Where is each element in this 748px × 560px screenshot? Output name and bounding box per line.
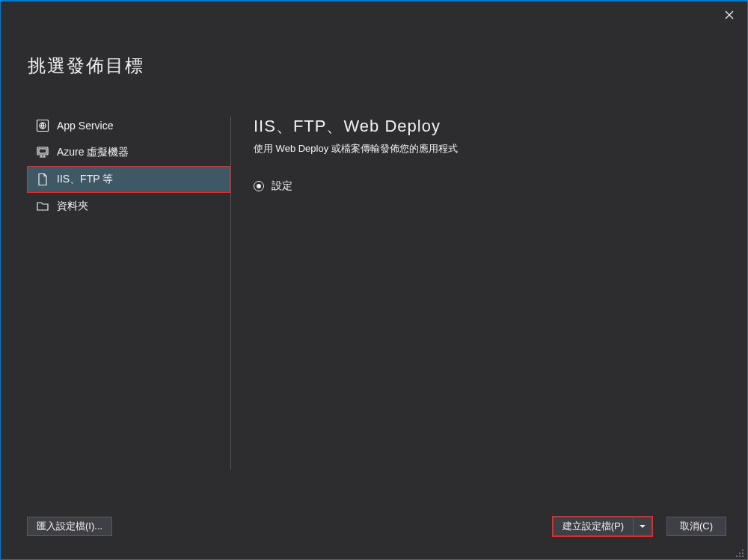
radio-option-configure[interactable]: 設定	[254, 179, 725, 193]
svg-point-8	[739, 556, 741, 557]
svg-point-9	[742, 556, 744, 557]
resize-grip[interactable]	[735, 547, 744, 556]
document-icon	[36, 173, 49, 186]
radio-icon	[254, 181, 264, 191]
svg-point-5	[739, 553, 741, 554]
import-profile-button[interactable]: 匯入設定檔(I)...	[27, 517, 112, 536]
create-profile-button[interactable]: 建立設定檔(P)	[553, 517, 634, 536]
sidebar-item-folder[interactable]: 資料夾	[27, 193, 230, 220]
app-service-icon	[36, 119, 49, 132]
page-title: 挑選發佈目標	[28, 54, 144, 78]
resize-grip-icon	[735, 549, 744, 558]
sidebar-item-azure-vm[interactable]: Azure 虛擬機器	[27, 139, 230, 166]
cancel-button[interactable]: 取消(C)	[666, 517, 726, 536]
content-area: App Service Azure 虛擬機器 IIS、FTP 等 資料夾 IIS…	[27, 112, 725, 470]
create-profile-split-button: 建立設定檔(P)	[552, 516, 653, 537]
svg-point-4	[742, 550, 744, 551]
sidebar-item-iis-ftp[interactable]: IIS、FTP 等	[27, 166, 230, 193]
detail-subtitle: 使用 Web Deploy 或檔案傳輸發佈您的應用程式	[254, 142, 725, 156]
sidebar-item-label: 資料夾	[57, 200, 88, 213]
chevron-down-icon	[640, 523, 646, 529]
svg-point-7	[736, 556, 738, 557]
svg-point-6	[742, 553, 744, 554]
detail-title: IIS、FTP、Web Deploy	[254, 115, 725, 138]
svg-rect-3	[39, 149, 46, 153]
sidebar-item-app-service[interactable]: App Service	[27, 112, 230, 139]
footer: 匯入設定檔(I)... 建立設定檔(P) 取消(C)	[27, 516, 726, 537]
detail-panel: IIS、FTP、Web Deploy 使用 Web Deploy 或檔案傳輸發佈…	[231, 112, 725, 470]
sidebar: App Service Azure 虛擬機器 IIS、FTP 等 資料夾	[27, 112, 230, 470]
folder-icon	[36, 200, 49, 213]
sidebar-item-label: App Service	[57, 120, 113, 132]
close-button[interactable]	[719, 6, 740, 24]
close-icon	[725, 10, 734, 19]
create-profile-dropdown-button[interactable]	[634, 517, 652, 536]
azure-vm-icon	[36, 146, 49, 159]
sidebar-item-label: Azure 虛擬機器	[57, 146, 129, 159]
sidebar-item-label: IIS、FTP 等	[57, 173, 113, 186]
radio-label: 設定	[272, 179, 292, 193]
